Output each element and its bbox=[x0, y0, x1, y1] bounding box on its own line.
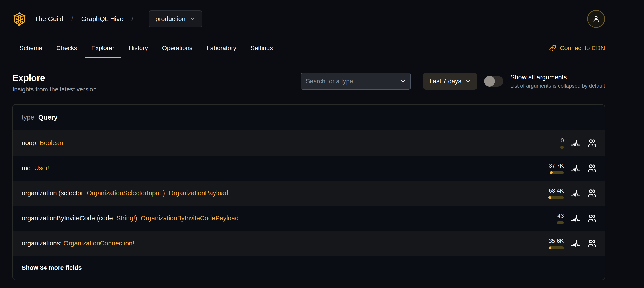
field-name: me bbox=[22, 164, 30, 171]
page-controls: Last 7 days Show all arguments List of a… bbox=[300, 73, 605, 90]
field-name: organization bbox=[22, 189, 57, 197]
period-label: Last 7 days bbox=[430, 78, 461, 85]
usage-stat: 37.7K bbox=[546, 162, 564, 174]
tab-checks[interactable]: Checks bbox=[50, 38, 84, 59]
users-icon bbox=[587, 188, 597, 198]
tab-list: SchemaChecksExplorerHistoryOperationsLab… bbox=[12, 38, 280, 59]
breadcrumb-project[interactable]: GraphQL Hive bbox=[81, 15, 124, 23]
usage-stat: 68.4K bbox=[546, 187, 564, 199]
page-subtitle: Insights from the latest version. bbox=[12, 86, 98, 93]
field-name: noop bbox=[22, 139, 36, 146]
type-link[interactable]: OrganizationSelectorInput! bbox=[87, 189, 163, 197]
tab-settings[interactable]: Settings bbox=[243, 38, 280, 59]
field-row: me: User! 37.7K bbox=[13, 156, 604, 181]
users-icon bbox=[587, 238, 597, 248]
users-icon bbox=[587, 213, 597, 223]
usage-bar bbox=[557, 221, 564, 224]
field-stats: 37.7K bbox=[546, 162, 598, 174]
page-header: Explore Insights from the latest version… bbox=[12, 73, 605, 93]
chevron-down-icon bbox=[190, 16, 196, 22]
usage-trend-button[interactable] bbox=[570, 238, 580, 249]
usage-bar bbox=[550, 171, 564, 174]
tab-history[interactable]: History bbox=[122, 38, 155, 59]
toggle-description: List of arguments is collapsed by defaul… bbox=[510, 83, 605, 89]
search-input[interactable] bbox=[306, 78, 394, 85]
usage-stat: 43 bbox=[546, 212, 564, 224]
usage-bar-fill bbox=[550, 171, 553, 174]
type-link[interactable]: OrganizationByInviteCodePayload bbox=[141, 214, 239, 222]
app-header: The Guild / GraphQL Hive / production bbox=[0, 0, 644, 38]
usage-trend-button[interactable] bbox=[570, 138, 580, 148]
field-name: organizations bbox=[22, 240, 60, 247]
usage-clients-button[interactable] bbox=[587, 238, 598, 249]
usage-count: 37.7K bbox=[549, 162, 564, 169]
usage-clients-button[interactable] bbox=[587, 163, 598, 173]
field-list: noop: Boolean 0 me: User! bbox=[13, 130, 604, 256]
field-row: noop: Boolean 0 bbox=[13, 130, 604, 156]
type-link[interactable]: Boolean bbox=[40, 139, 63, 146]
show-more-fields-button[interactable]: Show 34 more fields bbox=[22, 264, 82, 271]
app-shell: The Guild / GraphQL Hive / production Sc… bbox=[0, 0, 644, 288]
type-card-header: type Query bbox=[13, 105, 604, 130]
breadcrumb-separator: / bbox=[71, 15, 73, 23]
connect-to-cdn-button[interactable]: Connect to CDN bbox=[549, 38, 605, 59]
usage-bar-fill bbox=[549, 246, 551, 249]
user-menu-button[interactable] bbox=[587, 10, 605, 28]
toggle-label-block: Show all arguments List of arguments is … bbox=[510, 73, 605, 89]
tab-operations[interactable]: Operations bbox=[155, 38, 200, 59]
tab-schema[interactable]: Schema bbox=[12, 38, 50, 59]
hive-logo-icon[interactable] bbox=[12, 11, 26, 27]
field-stats: 0 bbox=[546, 137, 598, 149]
usage-count: 35.6K bbox=[549, 237, 564, 244]
type-kind-label: type bbox=[22, 114, 34, 121]
field-signature: organizationByInviteCode (code: String!)… bbox=[22, 214, 546, 222]
pulse-icon bbox=[570, 238, 580, 248]
usage-bar bbox=[560, 146, 564, 149]
usage-trend-button[interactable] bbox=[570, 213, 580, 224]
usage-bar bbox=[548, 196, 564, 199]
usage-trend-button[interactable] bbox=[570, 188, 580, 199]
field-signature: noop: Boolean bbox=[22, 139, 546, 147]
target-selector-label: production bbox=[155, 15, 185, 23]
user-icon bbox=[592, 15, 600, 23]
type-link[interactable]: String! bbox=[116, 214, 135, 222]
chevron-down-icon[interactable] bbox=[400, 78, 406, 85]
usage-clients-button[interactable] bbox=[587, 213, 598, 224]
field-signature: me: User! bbox=[22, 164, 546, 172]
tab-laboratory[interactable]: Laboratory bbox=[200, 38, 243, 59]
target-selector-button[interactable]: production bbox=[149, 11, 202, 27]
page-title-block: Explore Insights from the latest version… bbox=[12, 73, 98, 93]
type-name[interactable]: Query bbox=[38, 114, 58, 121]
usage-count: 0 bbox=[561, 137, 564, 144]
argument-name: code bbox=[99, 214, 113, 222]
chevron-down-icon bbox=[465, 78, 471, 84]
type-link[interactable]: User! bbox=[34, 164, 50, 171]
field-row: organizations: OrganizationConnection! 3… bbox=[13, 231, 604, 256]
toggle-knob bbox=[484, 76, 495, 87]
type-link[interactable]: OrganizationPayload bbox=[169, 189, 228, 197]
pulse-icon bbox=[570, 188, 580, 198]
pulse-icon bbox=[570, 213, 580, 223]
argument-name: selector bbox=[61, 189, 83, 197]
pulse-icon bbox=[570, 138, 580, 148]
usage-trend-button[interactable] bbox=[570, 163, 580, 173]
main-content: Explore Insights from the latest version… bbox=[12, 73, 605, 288]
field-signature: organization (selector: OrganizationSele… bbox=[22, 189, 546, 197]
usage-bar-fill bbox=[548, 196, 551, 199]
period-select-button[interactable]: Last 7 days bbox=[423, 73, 477, 90]
field-stats: 43 bbox=[546, 212, 598, 224]
breadcrumb: The Guild / GraphQL Hive / production bbox=[34, 11, 202, 27]
usage-bar bbox=[549, 246, 564, 249]
usage-count: 68.4K bbox=[549, 187, 564, 194]
tab-explorer[interactable]: Explorer bbox=[84, 38, 122, 59]
type-link[interactable]: OrganizationConnection! bbox=[64, 240, 134, 247]
toggle-label: Show all arguments bbox=[510, 73, 605, 81]
breadcrumb-organization[interactable]: The Guild bbox=[34, 15, 64, 23]
field-stats: 35.6K bbox=[546, 237, 598, 249]
usage-clients-button[interactable] bbox=[587, 138, 598, 148]
link-icon bbox=[549, 45, 556, 52]
page-title: Explore bbox=[12, 73, 98, 83]
show-all-arguments-toggle[interactable] bbox=[484, 76, 503, 87]
users-icon bbox=[587, 163, 597, 173]
usage-clients-button[interactable] bbox=[587, 188, 598, 199]
